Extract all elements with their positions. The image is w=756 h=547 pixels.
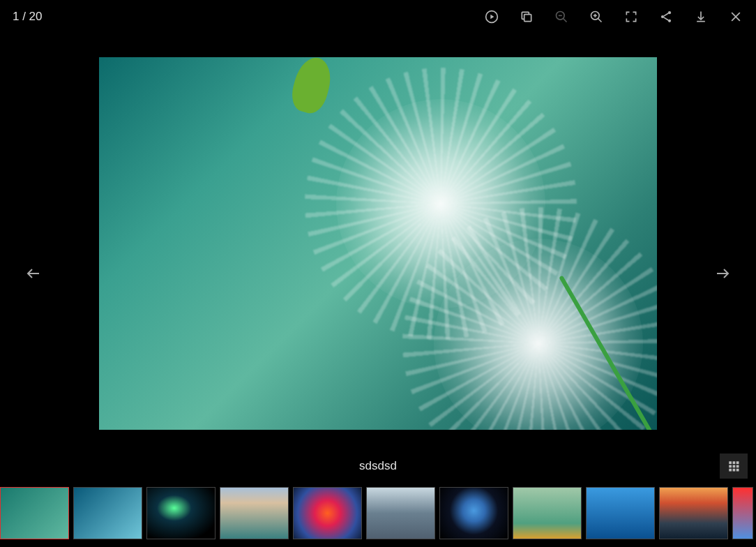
svg-rect-27	[733, 469, 736, 472]
thumbnail[interactable]	[586, 487, 655, 539]
zoom-out-icon	[554, 10, 568, 24]
svg-line-12	[664, 13, 669, 16]
main-image[interactable]	[99, 57, 657, 430]
thumbnail[interactable]	[732, 487, 753, 539]
arrow-right-icon	[714, 265, 731, 282]
fullscreen-icon	[624, 10, 638, 24]
download-icon	[694, 10, 708, 24]
copy-icon	[520, 10, 534, 24]
thumbnail[interactable]	[659, 487, 728, 539]
thumbnail[interactable]	[293, 487, 362, 539]
share-icon	[659, 10, 673, 24]
grid-icon	[727, 460, 740, 472]
thumbnail[interactable]	[220, 487, 289, 539]
thumbnail[interactable]	[439, 487, 508, 539]
zoom-in-button[interactable]	[589, 9, 604, 24]
zoom-in-icon	[589, 10, 603, 24]
toolbar	[484, 9, 743, 24]
svg-rect-24	[733, 465, 736, 468]
close-button[interactable]	[728, 9, 743, 24]
thumbnail[interactable]	[366, 487, 435, 539]
thumbnail[interactable]	[0, 487, 69, 539]
caption-row: sdsdsd	[0, 454, 756, 479]
svg-rect-26	[729, 469, 732, 472]
svg-rect-28	[736, 469, 739, 472]
image-counter: 1 / 20	[13, 10, 43, 24]
stage	[0, 33, 756, 454]
svg-line-3	[564, 19, 567, 22]
download-button[interactable]	[693, 9, 709, 24]
svg-rect-20	[729, 461, 732, 464]
fullscreen-button[interactable]	[623, 9, 639, 24]
prev-button[interactable]	[20, 260, 47, 287]
svg-line-6	[598, 19, 602, 22]
share-button[interactable]	[658, 9, 674, 24]
top-bar: 1 / 20	[0, 0, 756, 33]
svg-rect-22	[736, 461, 739, 464]
play-icon	[485, 10, 499, 24]
next-button[interactable]	[709, 260, 736, 287]
svg-rect-25	[736, 465, 739, 468]
svg-line-13	[664, 17, 669, 20]
svg-rect-23	[729, 465, 732, 468]
close-icon	[729, 10, 743, 24]
copy-button[interactable]	[519, 9, 534, 24]
lightbox-viewer: 1 / 20	[0, 0, 756, 547]
svg-rect-21	[733, 461, 736, 464]
arrow-left-icon	[25, 265, 42, 282]
svg-rect-1	[524, 15, 531, 22]
thumbnail[interactable]	[146, 487, 216, 539]
image-caption: sdsdsd	[359, 459, 397, 473]
thumbnail[interactable]	[73, 487, 142, 539]
thumbnail[interactable]	[513, 487, 582, 539]
zoom-out-button[interactable]	[554, 9, 569, 24]
thumbnail-strip[interactable]	[0, 483, 756, 543]
play-button[interactable]	[484, 9, 499, 24]
thumbnail-grid-toggle[interactable]	[720, 454, 748, 479]
